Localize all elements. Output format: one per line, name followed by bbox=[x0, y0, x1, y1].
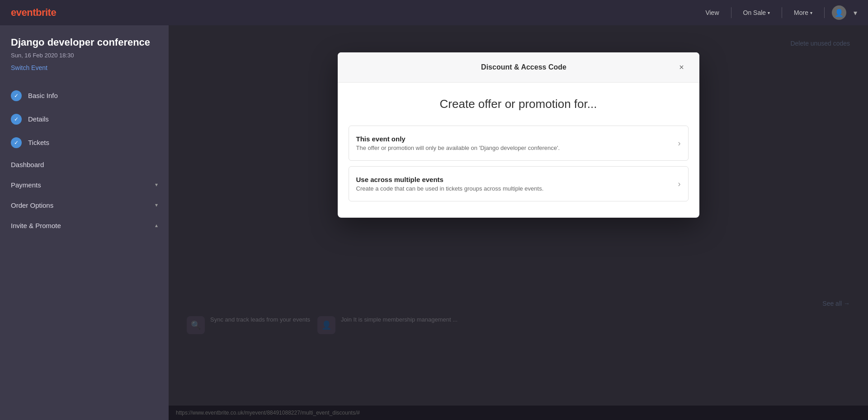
modal-body: Create offer or promotion for... This ev… bbox=[338, 83, 699, 218]
multiple-events-option[interactable]: Use across multiple events Create a code… bbox=[349, 166, 689, 201]
topnav-right-actions: View On Sale ▾ More ▾ 👤 ▾ bbox=[701, 5, 857, 20]
discount-access-code-modal: Discount & Access Code × Create offer or… bbox=[338, 52, 699, 218]
switch-event-link[interactable]: Switch Event bbox=[0, 64, 169, 71]
sidebar-item-dashboard[interactable]: Dashboard bbox=[0, 154, 169, 175]
nav-check-details: ✓ bbox=[11, 114, 22, 125]
invite-promote-chevron-up-icon: ▴ bbox=[155, 222, 158, 229]
nav-check-tickets: ✓ bbox=[11, 137, 22, 148]
sidebar-label-invite-promote: Invite & Promote bbox=[11, 222, 61, 229]
this-event-only-arrow-icon: › bbox=[678, 139, 681, 148]
event-title: Django developer conference bbox=[0, 36, 169, 49]
sidebar-item-tickets[interactable]: ✓ Tickets bbox=[0, 131, 169, 154]
modal-title: Discount & Access Code bbox=[362, 63, 686, 71]
sidebar-label-payments: Payments bbox=[11, 181, 41, 189]
multiple-events-desc: Create a code that can be used in ticket… bbox=[356, 185, 544, 192]
this-event-only-title: This event only bbox=[356, 135, 560, 143]
modal-subtitle: Create offer or promotion for... bbox=[349, 97, 689, 111]
this-event-only-option[interactable]: This event only The offer or promotion w… bbox=[349, 126, 689, 161]
more-caret: ▾ bbox=[810, 10, 812, 15]
modal-header: Discount & Access Code × bbox=[338, 52, 699, 83]
sidebar-label-basic-info: Basic Info bbox=[28, 92, 58, 99]
multiple-events-title: Use across multiple events bbox=[356, 176, 544, 183]
top-navigation: eventbrite View On Sale ▾ More ▾ 👤 ▾ bbox=[0, 0, 868, 25]
modal-wrapper: Discount & Access Code × Create offer or… bbox=[169, 25, 868, 420]
sidebar-item-basic-info[interactable]: ✓ Basic Info bbox=[0, 84, 169, 107]
sidebar-item-payments[interactable]: Payments ▾ bbox=[0, 175, 169, 195]
user-avatar[interactable]: 👤 bbox=[832, 5, 846, 20]
multiple-events-arrow-icon: › bbox=[678, 179, 681, 189]
view-button[interactable]: View bbox=[701, 6, 723, 19]
more-button[interactable]: More ▾ bbox=[789, 6, 817, 19]
nav-separator-3 bbox=[824, 7, 825, 18]
event-date: Sun, 16 Feb 2020 18:30 bbox=[0, 52, 169, 59]
sidebar-item-invite-promote[interactable]: Invite & Promote ▴ bbox=[0, 215, 169, 236]
this-event-only-desc: The offer or promotion will only be avai… bbox=[356, 145, 560, 151]
sidebar-label-details: Details bbox=[28, 115, 49, 123]
modal-close-button[interactable]: × bbox=[675, 61, 689, 74]
eventbrite-logo: eventbrite bbox=[11, 7, 56, 19]
this-event-only-content: This event only The offer or promotion w… bbox=[356, 135, 560, 151]
sidebar-label-order-options: Order Options bbox=[11, 201, 53, 209]
payments-chevron-down-icon: ▾ bbox=[155, 182, 158, 188]
sidebar-item-order-options[interactable]: Order Options ▾ bbox=[0, 195, 169, 215]
nav-separator-2 bbox=[782, 7, 782, 18]
sidebar-label-tickets: Tickets bbox=[28, 139, 49, 146]
nav-separator bbox=[731, 7, 731, 18]
order-options-chevron-down-icon: ▾ bbox=[155, 202, 158, 208]
on-sale-button[interactable]: On Sale ▾ bbox=[739, 6, 775, 19]
sidebar-item-details[interactable]: ✓ Details bbox=[0, 107, 169, 131]
on-sale-caret: ▾ bbox=[768, 10, 770, 15]
sidebar: Django developer conference Sun, 16 Feb … bbox=[0, 25, 169, 420]
nav-check-basic-info: ✓ bbox=[11, 90, 22, 101]
sidebar-label-dashboard: Dashboard bbox=[11, 161, 44, 168]
multiple-events-content: Use across multiple events Create a code… bbox=[356, 176, 544, 192]
content-area: Delete unused codes See all → 🔍 Sync and… bbox=[169, 25, 868, 420]
avatar-caret: ▾ bbox=[854, 9, 857, 17]
main-layout: Django developer conference Sun, 16 Feb … bbox=[0, 25, 868, 420]
avatar-icon: 👤 bbox=[835, 9, 844, 17]
